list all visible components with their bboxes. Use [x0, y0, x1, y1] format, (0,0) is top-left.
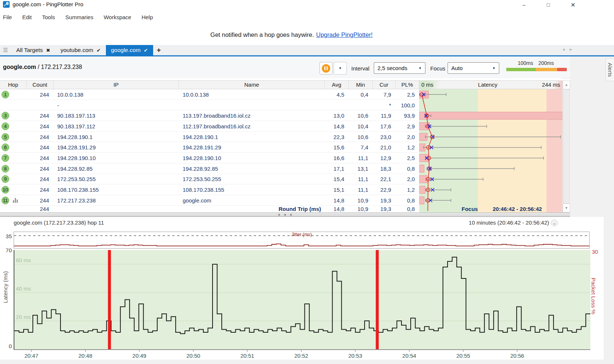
cell-cur: 22,1 [373, 176, 396, 182]
table-row[interactable]: 8244194.228.92.85194.228.92.8517,113,118… [0, 163, 562, 174]
menu-item-edit[interactable]: Edit [17, 14, 37, 20]
table-row[interactable]: 424490.183.197.112112.197.broadband16.io… [0, 121, 562, 132]
table-row[interactable]: 10244108.170.238.155108.170.238.15515,11… [0, 184, 562, 195]
cell-pl: 2,5 [396, 155, 419, 161]
target-ip: / 172.217.23.238 [36, 64, 82, 70]
x-tick-label: 20:50 [186, 353, 200, 359]
upgrade-link[interactable]: Upgrade PingPlotter! [316, 31, 373, 38]
dropdown-arrow-icon: ▼ [339, 66, 342, 70]
app-icon [3, 1, 10, 8]
cell-min: 11,1 [349, 155, 373, 161]
tab-google-com[interactable]: google.com✔ [106, 45, 153, 55]
focus-value: Auto [451, 65, 463, 71]
menu-item-workspace[interactable]: Workspace [99, 14, 137, 20]
cell-avg: 15,6 [325, 144, 349, 150]
table-row[interactable]: 9244172.253.50.255172.253.50.25515,411,1… [0, 174, 562, 185]
hop-badge: 6 [1, 143, 9, 151]
menu-item-tools[interactable]: Tools [37, 14, 60, 20]
latency-time-graph[interactable]: 60 ms40 ms20 ms [14, 250, 590, 350]
banner-text: Get notified when a hop goes haywire. [210, 31, 314, 38]
time-axis: 20:4720:4820:4920:5020:5120:5220:5320:54… [14, 350, 590, 360]
tab-all-targets[interactable]: All Targets✖ [11, 45, 55, 55]
cell-min: 13,1 [349, 166, 373, 172]
interval-select[interactable]: 2,5 seconds ▼ [374, 62, 425, 74]
menu-item-summaries[interactable]: Summaries [60, 14, 99, 20]
cell-min: 11,1 [349, 187, 373, 193]
latency-title: Latency [434, 81, 542, 89]
cell-min: 10,9 [349, 206, 373, 212]
latency-min-label: 0 ms [421, 81, 434, 89]
window-title: google.com - PingPlotter Pro [13, 1, 83, 7]
table-row[interactable]: 5244194.228.190.1194.228.190.122,310,623… [0, 132, 562, 142]
cell-min: 11,1 [349, 176, 373, 182]
table-row[interactable]: 7244194.228.190.10194.228.190.1016,611,1… [0, 153, 562, 163]
pause-button[interactable] [320, 62, 332, 74]
menu-item-help[interactable]: Help [137, 14, 158, 20]
cell-ip: 108.170.238.155 [54, 187, 179, 193]
close-button[interactable]: ✕ [565, 0, 581, 10]
x-tick-label: 20:47 [24, 353, 38, 359]
latency-step-line [14, 257, 590, 334]
cell-cur: 19,3 [373, 206, 396, 212]
table-header: Hop Count IP Name Avg Min Cur PL% 0 ms L… [0, 80, 562, 89]
table-row[interactable]: 124410.0.0.13810.0.0.1384,50,47,92,5 [0, 89, 562, 100]
table-row[interactable]: 6244194.228.191.29194.228.191.2915,67,42… [0, 142, 562, 153]
x-tick-label: 20:55 [456, 353, 470, 359]
hamburger-icon[interactable]: ☰ [0, 45, 11, 55]
cell-pl: 2,0 [396, 134, 419, 140]
timeline-range[interactable]: 10 minutes (20:46:42 - 20:56:42) [469, 219, 549, 226]
latency-axis-max: 70 [0, 247, 12, 253]
col-header-min[interactable]: Min [349, 81, 373, 89]
cell-count: 244 [27, 123, 54, 129]
cell-avg: 14,8 [325, 206, 349, 212]
col-header-cur[interactable]: Cur [373, 81, 396, 89]
tab-scroll-left-icon[interactable]: ◂ [562, 46, 565, 52]
alerts-side-tab[interactable]: Alerts [606, 58, 614, 81]
cell-hop: 6 [0, 143, 27, 151]
add-tab-button[interactable]: + [153, 45, 165, 55]
maximize-button[interactable]: □ [540, 0, 556, 10]
hop-badge: 1 [1, 91, 9, 98]
scrollbar-thumb[interactable] [563, 89, 570, 204]
cell-cur: 17,6 [373, 123, 396, 129]
round-trip-row[interactable]: 244Round Trip (ms)14,810,919,30,8Focus20… [0, 206, 562, 212]
cell-ip: - [54, 102, 179, 108]
tab-youtube-com[interactable]: youtube.com✔ [55, 45, 106, 55]
col-header-ip[interactable]: IP [54, 81, 179, 89]
cell-pl: 2,5 [396, 91, 419, 98]
menu-item-file[interactable]: File [0, 14, 17, 20]
col-header-name[interactable]: Name [179, 81, 325, 89]
pause-options-button[interactable]: ▼ [334, 62, 347, 74]
close-icon[interactable]: ✖ [46, 48, 50, 53]
scroll-down-icon[interactable]: ▼ [563, 204, 570, 212]
dropdown-arrow-icon: ▼ [492, 66, 496, 70]
table-row[interactable]: -*100,0 [0, 100, 562, 111]
target-host: google.com [3, 64, 36, 70]
col-header-avg[interactable]: Avg [325, 81, 349, 89]
col-header-count[interactable]: Count [27, 81, 54, 89]
tab-scroll-right-icon[interactable]: ▸ [570, 46, 572, 52]
cell-min: 10,6 [349, 134, 373, 140]
cell-cur: * [373, 102, 396, 108]
pane-splitter[interactable] [0, 212, 570, 217]
cell-min: 0,4 [349, 91, 373, 98]
scroll-up-icon[interactable]: ▲ [563, 80, 570, 89]
timeline-range-chevron-icon[interactable]: ⌄ [551, 219, 558, 226]
scale-segment [506, 68, 536, 71]
table-row[interactable]: 11244172.217.23.238google.com14,810,919,… [0, 195, 562, 206]
focus-range-value: 20:46:42 - 20:56:42 [493, 206, 542, 212]
trace-grid: Hop Count IP Name Avg Min Cur PL% 0 ms L… [0, 78, 562, 212]
col-header-hop[interactable]: Hop [0, 81, 27, 89]
cell-ip: 172.217.23.238 [54, 197, 179, 204]
focus-select[interactable]: Auto ▼ [448, 62, 499, 74]
minimize-button[interactable]: – [516, 0, 532, 10]
cell-avg: 14,8 [325, 197, 349, 204]
table-row[interactable]: 324490.183.197.113113.197.broadband16.io… [0, 110, 562, 121]
col-header-pl[interactable]: PL% [396, 81, 419, 89]
latency-zone-cell [419, 121, 562, 132]
table-scrollbar[interactable]: ▲ ▼ [562, 80, 570, 212]
table-body: 124410.0.0.13810.0.0.1384,50,47,92,5-*10… [0, 89, 562, 212]
scale-segment [557, 68, 567, 71]
x-tick-label: 20:56 [510, 353, 524, 359]
col-header-latency[interactable]: 0 ms Latency 244 ms [419, 81, 562, 89]
